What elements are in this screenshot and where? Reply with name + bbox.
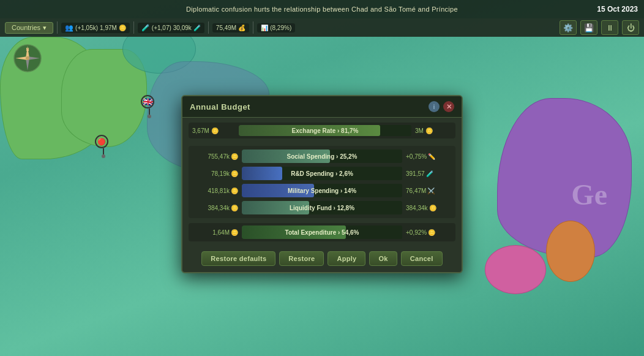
countries-button[interactable]: Countries ▾ <box>5 22 53 34</box>
military-right-val: 76,47M <box>406 187 426 194</box>
exchange-bar[interactable]: Exchange Rate › 81,7% <box>239 125 411 136</box>
date-display: 15 Oct 2023 <box>597 5 638 13</box>
military-bar[interactable]: Military Spending › 14% <box>242 184 402 197</box>
exchange-rate-row: 3,67M 🪙 Exchange Rate › 81,7% 3M 🪙 <box>189 123 455 138</box>
approval-value: (8,29%) <box>270 25 291 31</box>
military-bar-bg: Military Spending › 14% <box>242 184 402 197</box>
pause-button[interactable]: ⏸ <box>601 20 618 35</box>
pop-amount: 1,97M <box>100 25 117 31</box>
cancel-button[interactable]: Cancel <box>401 251 443 266</box>
divider-4 <box>253 21 253 34</box>
military-right: 76,47M ⚔️ <box>406 187 452 194</box>
settings-button[interactable]: ⚙️ <box>560 20 577 35</box>
svg-text:N: N <box>26 47 29 51</box>
divider-2 <box>133 21 134 34</box>
apply-button[interactable]: Apply <box>328 251 365 266</box>
total-spend-row: 1,64M 🪙 Total Expenditure › 54,6% +0,92%… <box>192 225 452 239</box>
flag-pin-2: 🔴 <box>95 135 112 156</box>
social-right-icon: ✏️ <box>428 153 435 160</box>
stat-research: 🧪 (+1,07) 30,09k 🧪 <box>138 23 204 33</box>
social-bar[interactable]: Social Spending › 25,2% <box>242 150 402 163</box>
top-bar: Diplomatic confusion hurts the relations… <box>0 0 644 18</box>
restore-defaults-button[interactable]: Restore defaults <box>201 251 275 266</box>
exchange-right: 3M 🪙 <box>415 127 452 134</box>
military-value: 418,81k <box>208 187 230 194</box>
total-icon: 🪙 <box>231 229 238 236</box>
dialog-body: 3,67M 🪙 Exchange Rate › 81,7% 3M 🪙 <box>182 118 462 246</box>
military-label: Military Spending › 14% <box>288 187 356 194</box>
exchange-bar-bg: Exchange Rate › 81,7% <box>239 125 411 136</box>
rd-bar-bg: R&D Spending › 2,6% <box>242 167 402 180</box>
total-left: 1,64M 🪙 <box>192 229 238 236</box>
exchange-bar-label: Exchange Rate › 81,7% <box>292 127 359 134</box>
research-change: (+1,07) <box>152 25 171 31</box>
money-icon: 💰 <box>238 25 245 31</box>
rd-right-icon: 🧪 <box>426 170 433 177</box>
people-icon: 👥 <box>65 24 73 32</box>
power-button[interactable]: ⏻ <box>622 20 639 35</box>
exchange-left-value: 3,67M <box>192 127 209 134</box>
total-bar[interactable]: Total Expenditure › 54,6% <box>242 225 402 239</box>
divider-3 <box>208 21 209 34</box>
total-bar-bg: Total Expenditure › 54,6% <box>242 225 402 239</box>
dialog-title: Annual Budget <box>190 102 250 112</box>
money-amount: 75,49M <box>216 25 236 31</box>
exchange-right-value: 3M <box>415 127 424 134</box>
approval-icon: 📊 <box>261 25 268 31</box>
total-right: +0,92% 🪙 <box>406 229 452 236</box>
social-right-val: +0,75% <box>406 153 427 160</box>
header-icons: i ✕ <box>429 101 454 112</box>
compass: N <box>12 43 43 74</box>
flask-icon: 🧪 <box>141 24 150 32</box>
svg-point-5 <box>26 56 29 60</box>
ok-button[interactable]: Ok <box>369 251 397 266</box>
rd-spending-row: 78,19k 🪙 R&D Spending › 2,6% 391,57 🧪 <box>192 167 452 180</box>
liquidity-icon: 🪙 <box>231 205 238 211</box>
military-icon: 🪙 <box>231 187 238 194</box>
info-button[interactable]: i <box>429 101 440 112</box>
social-bar-bg: Social Spending › 25,2% <box>242 150 402 163</box>
liquidity-value: 384,34k <box>208 205 230 211</box>
coin-icon-pop: 🪙 <box>119 25 126 31</box>
flag-pin-1: 🇬🇧 <box>141 95 158 116</box>
social-left: 755,47k 🪙 <box>192 153 238 160</box>
news-ticker: Diplomatic confusion hurts the relations… <box>186 6 458 13</box>
liquidity-right-val: 384,34k <box>406 205 428 211</box>
rd-right: 391,57 🧪 <box>406 170 452 177</box>
liquidity-bar[interactable]: Liquidity Fund › 12,8% <box>242 201 402 214</box>
exchange-right-icon: 🪙 <box>425 127 433 134</box>
social-right: +0,75% ✏️ <box>406 153 452 160</box>
rd-right-val: 391,57 <box>406 170 425 177</box>
stat-population: 👥 (+1,05k) 1,97M 🪙 <box>61 23 130 33</box>
stat-approval: 📊 (8,29%) <box>257 23 295 32</box>
stats-bar: Countries ▾ 👥 (+1,05k) 1,97M 🪙 🧪 (+1,07)… <box>0 18 644 37</box>
map-country-label-ge: Ge <box>571 178 607 211</box>
exchange-coin-icon: 🪙 <box>211 127 219 134</box>
liquidity-right-icon: 🪙 <box>429 205 436 211</box>
dialog-header: Annual Budget i ✕ <box>182 96 462 118</box>
flask-icon-2: 🧪 <box>193 25 201 31</box>
military-right-icon: ⚔️ <box>427 187 435 194</box>
countries-dropdown-icon: ▾ <box>43 24 47 32</box>
liquidity-right: 384,34k 🪙 <box>406 205 452 211</box>
rd-bar[interactable]: R&D Spending › 2,6% <box>242 167 402 180</box>
restore-button[interactable]: Restore <box>279 251 324 266</box>
social-label: Social Spending › 25,2% <box>286 153 357 160</box>
rd-left: 78,19k 🪙 <box>192 170 238 177</box>
total-value: 1,64M <box>212 229 230 236</box>
research-amount: 30,09k <box>173 25 192 31</box>
total-row: 1,64M 🪙 Total Expenditure › 54,6% +0,92%… <box>189 223 455 241</box>
military-left: 418,81k 🪙 <box>192 187 238 194</box>
close-button[interactable]: ✕ <box>443 101 454 112</box>
divider-1 <box>57 21 58 34</box>
total-right-val: +0,92% <box>406 229 427 236</box>
pop-change: (+1,05k) <box>75 25 98 31</box>
social-icon: 🪙 <box>231 153 238 160</box>
social-value: 755,47k <box>208 153 230 160</box>
liquidity-bar-bg: Liquidity Fund › 12,8% <box>242 201 402 214</box>
dialog-footer: Restore defaults Restore Apply Ok Cancel <box>182 246 462 272</box>
country-blob-sw <box>485 245 546 294</box>
stat-money: 75,49M 💰 <box>212 23 249 32</box>
save-button[interactable]: 💾 <box>580 20 597 35</box>
liquidity-label: Liquidity Fund › 12,8% <box>290 205 354 211</box>
